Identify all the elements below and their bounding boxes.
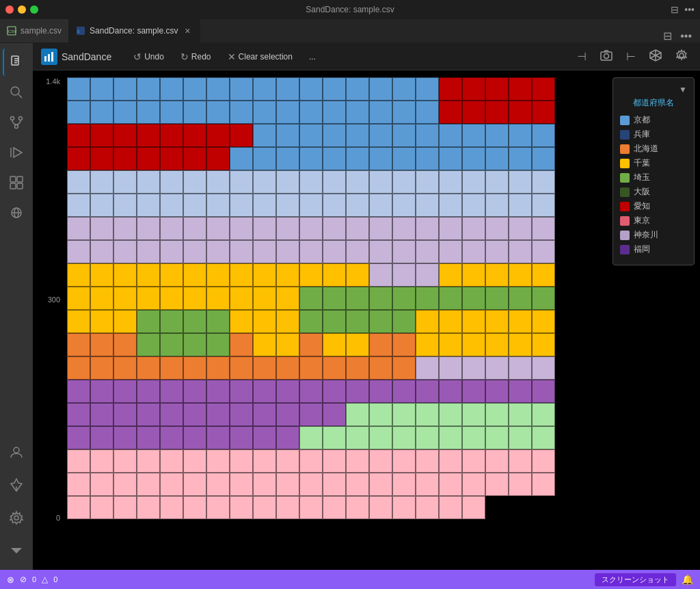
grid-cell[interactable]	[509, 287, 532, 310]
grid-cell[interactable]	[346, 519, 369, 542]
grid-cell[interactable]	[392, 240, 416, 263]
grid-cell[interactable]	[462, 519, 485, 542]
grid-cell[interactable]	[416, 263, 439, 287]
grid-cell[interactable]	[323, 194, 346, 217]
grid-cell[interactable]	[509, 473, 532, 496]
grid-cell[interactable]	[346, 380, 369, 403]
grid-cell[interactable]	[462, 287, 485, 310]
grid-cell[interactable]	[416, 124, 439, 147]
grid-cell[interactable]	[439, 263, 462, 287]
grid-cell[interactable]	[230, 473, 253, 496]
grid-cell[interactable]	[299, 333, 323, 356]
grid-cell[interactable]	[485, 403, 509, 426]
grid-cell[interactable]	[509, 217, 532, 240]
grid-cell[interactable]	[299, 403, 323, 426]
grid-cell[interactable]	[137, 217, 160, 240]
grid-cell[interactable]	[137, 473, 160, 496]
grid-cell[interactable]	[183, 240, 206, 263]
grid-cell[interactable]	[137, 333, 160, 356]
grid-cell[interactable]	[392, 473, 416, 496]
grid-cell[interactable]	[67, 519, 90, 542]
grid-cell[interactable]	[67, 473, 90, 496]
grid-cell[interactable]	[439, 194, 462, 217]
grid-cell[interactable]	[160, 263, 183, 287]
grid-cell[interactable]	[323, 147, 346, 170]
grid-cell[interactable]	[416, 101, 439, 124]
grid-cell[interactable]	[462, 310, 485, 333]
grid-cell[interactable]	[276, 403, 299, 426]
activity-more[interactable]	[3, 537, 30, 564]
grid-cell[interactable]	[67, 124, 90, 147]
grid-cell[interactable]	[439, 77, 462, 101]
grid-cell[interactable]	[206, 194, 230, 217]
grid-cell[interactable]	[206, 426, 230, 449]
grid-cell[interactable]	[90, 217, 113, 240]
grid-cell[interactable]	[485, 170, 509, 194]
grid-cell[interactable]	[183, 147, 206, 170]
grid-cell[interactable]	[90, 170, 113, 194]
grid-cell[interactable]	[392, 77, 416, 101]
grid-cell[interactable]	[230, 333, 253, 356]
grid-cell[interactable]	[416, 426, 439, 449]
grid-cell[interactable]	[346, 124, 369, 147]
grid-cell[interactable]	[183, 380, 206, 403]
grid-cell[interactable]	[392, 101, 416, 124]
grid-cell[interactable]	[183, 124, 206, 147]
grid-cell[interactable]	[462, 426, 485, 449]
grid-cell[interactable]	[509, 77, 532, 101]
more-actions-icon[interactable]: •••	[684, 4, 695, 15]
grid-cell[interactable]	[509, 263, 532, 287]
grid-cell[interactable]	[509, 356, 532, 380]
grid-cell[interactable]	[509, 449, 532, 473]
clear-selection-button[interactable]: ✕ Clear selection	[222, 49, 298, 65]
grid-cell[interactable]	[299, 380, 323, 403]
grid-cell[interactable]	[276, 77, 299, 101]
grid-cell[interactable]	[206, 240, 230, 263]
grid-cell[interactable]	[509, 333, 532, 356]
grid-cell[interactable]	[532, 333, 555, 356]
grid-cell[interactable]	[346, 170, 369, 194]
grid-cell[interactable]	[137, 240, 160, 263]
grid-cell[interactable]	[137, 449, 160, 473]
grid-cell[interactable]	[416, 496, 439, 519]
grid-cell[interactable]	[276, 194, 299, 217]
grid-cell[interactable]	[113, 496, 137, 519]
grid-cell[interactable]	[299, 449, 323, 473]
grid-cell[interactable]	[346, 147, 369, 170]
tab-sample-csv[interactable]: CSV sample.csv	[0, 18, 69, 42]
grid-cell[interactable]	[416, 519, 439, 542]
grid-cell[interactable]	[206, 356, 230, 380]
grid-cell[interactable]	[137, 310, 160, 333]
grid-cell[interactable]	[299, 426, 323, 449]
grid-cell[interactable]	[90, 403, 113, 426]
grid-cell[interactable]	[160, 449, 183, 473]
grid-cell[interactable]	[160, 217, 183, 240]
grid-cell[interactable]	[253, 263, 276, 287]
grid-cell[interactable]	[369, 356, 392, 380]
grid-cell[interactable]	[346, 101, 369, 124]
grid-cell[interactable]	[392, 380, 416, 403]
grid-cell[interactable]	[90, 333, 113, 356]
grid-cell[interactable]	[416, 217, 439, 240]
grid-cell[interactable]	[67, 333, 90, 356]
grid-cell[interactable]	[113, 240, 137, 263]
grid-cell[interactable]	[183, 496, 206, 519]
grid-cell[interactable]	[183, 519, 206, 542]
grid-cell[interactable]	[323, 310, 346, 333]
grid-cell[interactable]	[90, 473, 113, 496]
split-editor-icon[interactable]: ⊟	[671, 4, 679, 15]
grid-cell[interactable]	[392, 263, 416, 287]
grid-cell[interactable]	[323, 496, 346, 519]
grid-cell[interactable]	[253, 449, 276, 473]
grid-cell[interactable]	[346, 449, 369, 473]
grid-cell[interactable]	[137, 356, 160, 380]
grid-cell[interactable]	[183, 449, 206, 473]
grid-cell[interactable]	[253, 380, 276, 403]
grid-cell[interactable]	[276, 240, 299, 263]
legend-item[interactable]: 千葉	[620, 157, 687, 169]
grid-cell[interactable]	[276, 356, 299, 380]
grid-cell[interactable]	[485, 473, 509, 496]
grid-cell[interactable]	[183, 473, 206, 496]
grid-cell[interactable]	[67, 101, 90, 124]
grid-cell[interactable]	[416, 403, 439, 426]
